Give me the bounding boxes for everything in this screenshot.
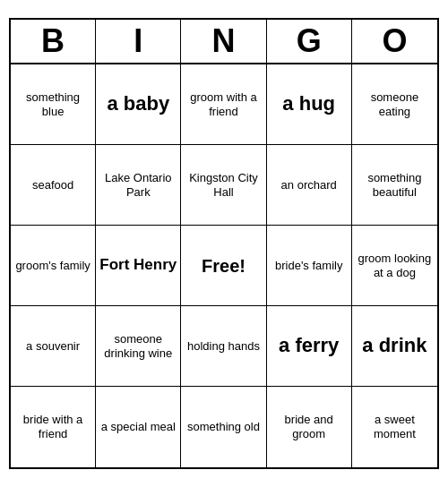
bingo-cell-20: bride with a friend <box>11 387 96 467</box>
bingo-letter-b: B <box>11 20 96 63</box>
bingo-cell-7: Kingston City Hall <box>181 145 266 226</box>
bingo-cell-17: holding hands <box>181 306 266 387</box>
bingo-cell-18: a ferry <box>267 306 352 387</box>
bingo-cell-22: something old <box>181 387 266 467</box>
bingo-cell-10: groom's family <box>11 226 96 306</box>
bingo-card: BINGO something bluea babygroom with a f… <box>9 18 439 469</box>
bingo-cell-3: a hug <box>267 64 352 145</box>
bingo-cell-12: Free! <box>181 226 266 306</box>
bingo-cell-13: bride's family <box>267 226 352 306</box>
bingo-cell-16: someone drinking wine <box>96 306 181 387</box>
bingo-letter-i: I <box>96 20 181 63</box>
bingo-cell-0: something blue <box>11 64 96 145</box>
bingo-letter-o: O <box>352 20 437 63</box>
bingo-cell-9: something beautiful <box>352 145 437 226</box>
bingo-cell-15: a souvenir <box>11 306 96 387</box>
bingo-cell-23: bride and groom <box>267 387 352 467</box>
bingo-cell-19: a drink <box>352 306 437 387</box>
bingo-cell-24: a sweet moment <box>352 387 437 467</box>
bingo-cell-14: groom looking at a dog <box>352 226 437 306</box>
bingo-letter-g: G <box>267 20 352 63</box>
bingo-cell-5: seafood <box>11 145 96 226</box>
bingo-header: BINGO <box>11 20 437 64</box>
bingo-cell-8: an orchard <box>267 145 352 226</box>
bingo-cell-2: groom with a friend <box>181 64 266 145</box>
bingo-cell-4: someone eating <box>352 64 437 145</box>
bingo-cell-21: a special meal <box>96 387 181 467</box>
bingo-cell-11: Fort Henry <box>96 226 181 306</box>
bingo-grid: something bluea babygroom with a frienda… <box>11 64 437 467</box>
bingo-cell-6: Lake Ontario Park <box>96 145 181 226</box>
bingo-letter-n: N <box>181 20 266 63</box>
bingo-cell-1: a baby <box>96 64 181 145</box>
